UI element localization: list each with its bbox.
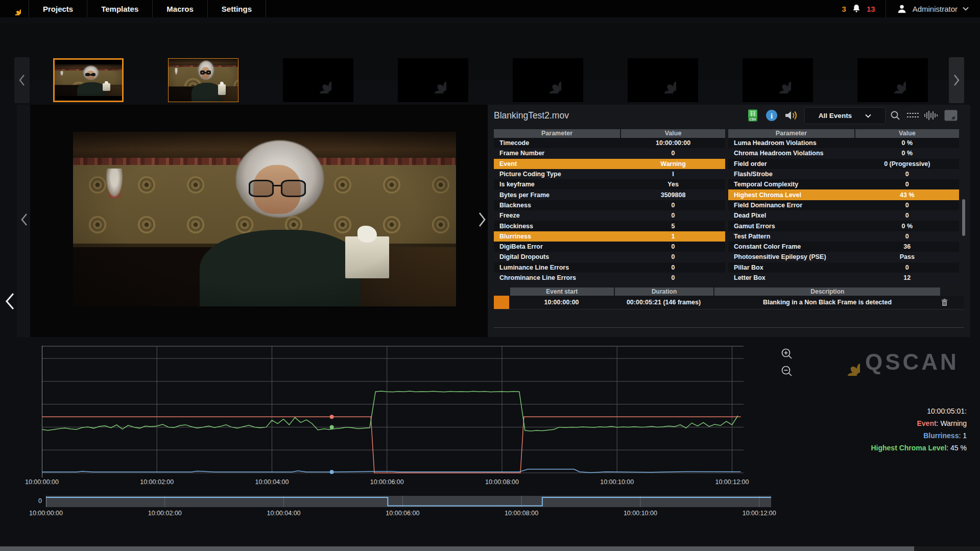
parameter-row[interactable]: Chroma Headroom Violations0 % — [728, 148, 959, 158]
parameter-table-scrollbar[interactable] — [962, 199, 965, 236]
parameter-row[interactable]: Digital Dropouts0 — [494, 252, 725, 262]
parameter-row[interactable]: Luminance Line Errors0 — [494, 262, 725, 273]
nav-item-settings[interactable]: Settings — [208, 0, 266, 17]
parameter-row[interactable]: EventWarning — [494, 159, 725, 169]
inspector-panel: BlankingTest2.mov CSV i All Events — [488, 105, 970, 337]
event-row[interactable]: 10:00:00:0000:00:05:21 (146 frames)Blank… — [494, 296, 964, 309]
parameter-name: Chrominance Line Errors — [494, 274, 621, 281]
parameter-row[interactable]: DigiBeta Error0 — [494, 242, 725, 252]
main-menu: ProjectsTemplatesMacrosSettings — [29, 0, 266, 17]
nav-item-templates[interactable]: Templates — [87, 0, 153, 17]
timeline-chart[interactable] — [42, 346, 744, 477]
thumbnail-4[interactable] — [398, 58, 468, 102]
tooltip-label: Highest Chroma Level — [871, 444, 946, 452]
parameter-row[interactable]: Constant Color Frame36 — [728, 242, 959, 252]
parameter-row[interactable]: Temporal Complexity0 — [728, 179, 959, 189]
column-header-parameter: Parameter — [494, 129, 621, 138]
thumbnail-6[interactable] — [628, 58, 698, 102]
video-viewer — [17, 105, 488, 337]
thumbnail-3[interactable] — [283, 58, 353, 102]
thumbnail-filmstrip — [0, 23, 980, 81]
parameter-row[interactable]: Test Pattern0 — [728, 231, 959, 242]
parameter-name: Frame Number — [494, 150, 621, 157]
parameter-table-left: ParameterValueTimecode10:00:00:00Frame N… — [494, 129, 725, 283]
file-title: BlankingTest2.mov — [494, 110, 569, 121]
zoom-out-button[interactable] — [779, 364, 795, 379]
parameter-row[interactable]: Blurriness1 — [494, 231, 725, 242]
parameter-value: 0 — [621, 274, 725, 281]
parameter-name: Bytes per Frame — [494, 191, 621, 199]
timeline-navigator[interactable] — [46, 496, 771, 507]
bell-icon[interactable] — [851, 4, 862, 14]
x-tick-label: 10:00:02:00 — [140, 478, 174, 486]
placeholder-logo-icon — [628, 58, 698, 102]
parameter-row[interactable]: Photosensitive Epilepsy (PSE)Pass — [728, 252, 959, 262]
column-header-value: Value — [855, 129, 959, 138]
column-header-color — [494, 288, 509, 296]
x-tick-label: 10:00:12:00 — [743, 510, 776, 517]
info-icon[interactable]: i — [765, 108, 778, 123]
timeline-marks-icon[interactable] — [906, 108, 921, 123]
parameter-name: Constant Color Frame — [728, 243, 855, 250]
nav-item-macros[interactable]: Macros — [153, 0, 208, 17]
parameter-row[interactable]: Field order0 (Progressive) — [728, 159, 959, 169]
parameter-row[interactable]: Gamut Errors0 % — [728, 221, 959, 231]
tooltip-line: Event: Warning — [871, 417, 967, 429]
app-logo-icon[interactable] — [0, 2, 29, 15]
parameter-row[interactable]: Flash/Strobe0 — [728, 169, 959, 179]
parameter-row[interactable]: Letter Box12 — [728, 273, 959, 283]
svg-text:CSV: CSV — [749, 117, 756, 121]
warning-count-badge[interactable]: 3 — [842, 5, 846, 13]
parameter-row[interactable]: Frame Number0 — [494, 148, 725, 158]
parameter-value: 0 % — [855, 223, 959, 230]
chart-cursor-tooltip: 10:00:05:01: Event: WarningBlurriness: 1… — [871, 405, 967, 454]
event-filter-select[interactable]: All Events — [804, 107, 886, 124]
thumbnail-view-icon[interactable] — [944, 108, 958, 123]
horizontal-scrollbar[interactable] — [0, 546, 980, 551]
filmstrip-scroll-left-button[interactable] — [14, 57, 30, 103]
thumbnail-8[interactable] — [857, 58, 928, 102]
parameter-row[interactable]: Highest Chroma Level43 % — [728, 189, 959, 200]
parameter-row[interactable]: Luma Headroom Violations0 % — [728, 138, 959, 148]
thumbnail-7[interactable] — [743, 58, 813, 102]
parameter-row[interactable]: Chrominance Line Errors0 — [494, 273, 725, 283]
qscan-watermark: QSCAN — [832, 348, 959, 376]
zoom-in-button[interactable] — [779, 346, 795, 362]
placeholder-logo-icon — [398, 58, 468, 102]
parameter-row[interactable]: Bytes per Frame3509808 — [494, 189, 725, 200]
filmstrip-scroll-right-button[interactable] — [949, 57, 964, 103]
search-icon[interactable] — [889, 108, 901, 123]
csv-export-icon[interactable]: CSV — [746, 108, 759, 123]
parameter-row[interactable]: Blackness0 — [494, 200, 725, 210]
error-count-badge[interactable]: 13 — [867, 5, 875, 13]
parameter-row[interactable]: Blockiness5 — [494, 221, 725, 231]
parameter-value: Pass — [855, 253, 959, 260]
thumbnail-2[interactable] — [168, 58, 238, 102]
parameter-row[interactable]: Freeze0 — [494, 210, 725, 221]
audio-icon[interactable] — [784, 108, 799, 123]
tooltip-value: : Warning — [937, 419, 967, 427]
parameter-row[interactable]: Dead Pixel0 — [728, 210, 959, 221]
parameter-value: 0 — [855, 264, 959, 271]
watermark-text: QSCAN — [865, 349, 959, 375]
thumbnail-1[interactable] — [53, 58, 124, 102]
scrollbar-thumb[interactable] — [0, 546, 914, 551]
previous-frame-button[interactable] — [20, 213, 28, 226]
waveform-icon[interactable] — [923, 108, 939, 123]
parameter-row[interactable]: Is keyframeYes — [494, 179, 725, 189]
video-preview[interactable] — [73, 132, 456, 306]
parameter-row[interactable]: Pillar Box0 — [728, 262, 959, 273]
delete-event-icon[interactable] — [941, 299, 964, 306]
event-description: Blanking in a Non Black Frame is detecte… — [713, 299, 941, 306]
collapse-panel-button[interactable] — [4, 292, 15, 310]
parameter-row[interactable]: Picture Coding TypeI — [494, 169, 725, 179]
parameter-row[interactable]: Field Dominance Error0 — [728, 200, 959, 210]
parameter-name: Is keyframe — [494, 181, 621, 188]
placeholder-logo-icon — [283, 58, 353, 102]
parameter-row[interactable]: Timecode10:00:00:00 — [494, 138, 725, 148]
thumbnail-5[interactable] — [513, 58, 583, 102]
event-table-header: Event startDurationDescription — [494, 288, 964, 296]
next-frame-button[interactable] — [477, 212, 487, 227]
nav-item-projects[interactable]: Projects — [29, 0, 87, 17]
user-menu[interactable]: Administrator — [913, 5, 958, 13]
